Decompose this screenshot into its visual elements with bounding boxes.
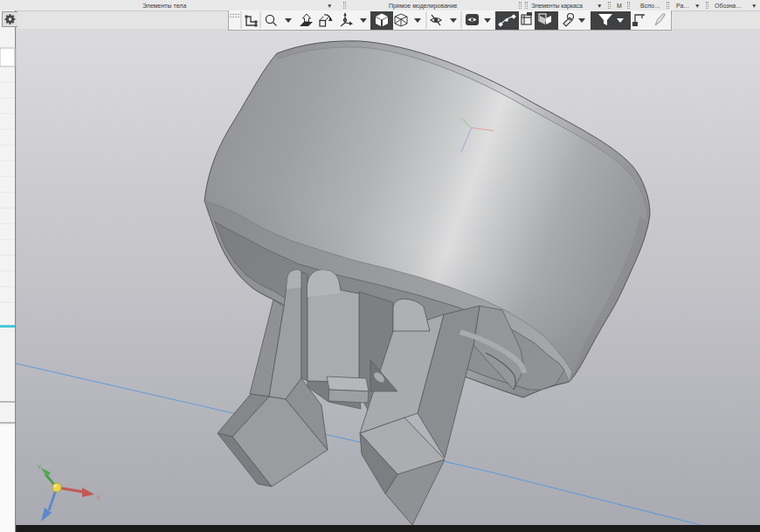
svg-text:X: X — [96, 494, 101, 501]
svg-text:Y: Y — [37, 463, 42, 471]
